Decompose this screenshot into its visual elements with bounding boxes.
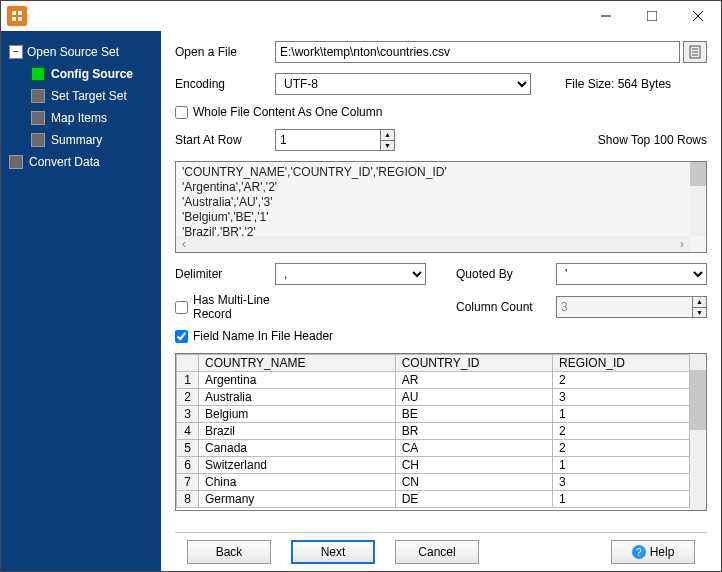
table-cell[interactable]: Canada [199, 440, 396, 457]
table-row[interactable]: 1ArgentinaAR2 [177, 372, 690, 389]
file-path-input[interactable] [275, 41, 680, 63]
spin-down-icon[interactable]: ▼ [380, 141, 394, 151]
sidebar: − Open Source Set Config Source Set Targ… [1, 31, 161, 571]
field-name-header-label: Field Name In File Header [193, 329, 333, 343]
row-number: 7 [177, 474, 199, 491]
table-cell[interactable]: Australia [199, 389, 396, 406]
table-cell[interactable]: BR [395, 423, 552, 440]
preview-line: 'COUNTRY_NAME','COUNTRY_ID','REGION_ID' [182, 165, 700, 180]
table-header[interactable]: COUNTRY_NAME [199, 355, 396, 372]
nav-set-target-set[interactable]: Set Target Set [1, 85, 161, 107]
field-name-header-checkbox[interactable] [175, 330, 188, 343]
table-header[interactable]: REGION_ID [553, 355, 690, 372]
table-cell[interactable]: 2 [553, 440, 690, 457]
table-cell[interactable]: Argentina [199, 372, 396, 389]
nav-label: Convert Data [29, 155, 100, 169]
delimiter-label: Delimiter [175, 267, 275, 281]
back-button[interactable]: Back [187, 540, 271, 564]
table-cell[interactable]: CH [395, 457, 552, 474]
svg-rect-5 [647, 11, 657, 21]
step-indicator-icon [31, 111, 45, 125]
table-cell[interactable]: 2 [553, 372, 690, 389]
document-icon [688, 45, 702, 59]
delimiter-select[interactable]: , [275, 263, 426, 285]
table-cell[interactable]: Switzerland [199, 457, 396, 474]
multi-line-checkbox[interactable] [175, 301, 188, 314]
nav-label: Config Source [51, 67, 133, 81]
row-number: 3 [177, 406, 199, 423]
vertical-scrollbar[interactable] [690, 162, 706, 236]
table-cell[interactable]: 3 [553, 389, 690, 406]
table-cell[interactable]: 2 [553, 423, 690, 440]
table-row[interactable]: 2AustraliaAU3 [177, 389, 690, 406]
cancel-button[interactable]: Cancel [395, 540, 479, 564]
table-cell[interactable]: 1 [553, 457, 690, 474]
table-row[interactable]: 6SwitzerlandCH1 [177, 457, 690, 474]
quoted-by-select[interactable]: ' [556, 263, 707, 285]
step-indicator-icon [9, 155, 23, 169]
nav-label: Map Items [51, 111, 107, 125]
table-row[interactable]: 4BrazilBR2 [177, 423, 690, 440]
table-row[interactable]: 7ChinaCN3 [177, 474, 690, 491]
multi-line-label: Has Multi-Line Record [193, 293, 293, 321]
table-header[interactable]: COUNTRY_ID [395, 355, 552, 372]
minimize-button[interactable] [583, 1, 629, 31]
svg-rect-2 [12, 17, 16, 21]
step-indicator-icon [31, 89, 45, 103]
table-cell[interactable]: CN [395, 474, 552, 491]
tree-collapse-icon[interactable]: − [9, 45, 23, 59]
nav-config-source[interactable]: Config Source [1, 63, 161, 85]
nav-open-source-set[interactable]: − Open Source Set [1, 41, 161, 63]
step-indicator-icon [31, 133, 45, 147]
encoding-select[interactable]: UTF-8 [275, 73, 531, 95]
help-button[interactable]: ?Help [611, 540, 695, 564]
whole-file-label: Whole File Content As One Column [193, 105, 382, 119]
encoding-label: Encoding [175, 77, 275, 91]
table-cell[interactable]: BE [395, 406, 552, 423]
preview-line: 'Belgium','BE','1' [182, 210, 700, 225]
table-cell[interactable]: AR [395, 372, 552, 389]
row-number: 1 [177, 372, 199, 389]
table-cell[interactable]: 1 [553, 406, 690, 423]
vertical-scrollbar[interactable] [690, 354, 706, 510]
nav-label: Summary [51, 133, 102, 147]
svg-rect-3 [18, 17, 22, 21]
table-cell[interactable]: DE [395, 491, 552, 508]
browse-file-button[interactable] [683, 41, 707, 63]
file-size-text: File Size: 564 Bytes [565, 77, 671, 91]
table-row[interactable]: 8GermanyDE1 [177, 491, 690, 508]
table-cell[interactable]: AU [395, 389, 552, 406]
table-cell[interactable]: Germany [199, 491, 396, 508]
preview-textarea[interactable]: 'COUNTRY_NAME','COUNTRY_ID','REGION_ID''… [175, 161, 707, 253]
nav-convert-data[interactable]: − Convert Data [1, 151, 161, 173]
svg-rect-1 [18, 11, 22, 15]
table-cell[interactable]: Belgium [199, 406, 396, 423]
close-button[interactable] [675, 1, 721, 31]
horizontal-scrollbar[interactable] [176, 236, 690, 252]
data-table: COUNTRY_NAMECOUNTRY_IDREGION_ID1Argentin… [175, 353, 707, 511]
table-cell[interactable]: China [199, 474, 396, 491]
whole-file-checkbox[interactable] [175, 106, 188, 119]
row-number: 4 [177, 423, 199, 440]
start-row-input[interactable] [275, 129, 395, 151]
table-cell[interactable]: Brazil [199, 423, 396, 440]
table-row[interactable]: 3BelgiumBE1 [177, 406, 690, 423]
nav-summary[interactable]: Summary [1, 129, 161, 151]
svg-rect-0 [12, 11, 16, 15]
spin-up-icon[interactable]: ▲ [380, 130, 394, 141]
row-number: 5 [177, 440, 199, 457]
spin-down-icon: ▼ [692, 308, 706, 318]
row-number: 2 [177, 389, 199, 406]
maximize-button[interactable] [629, 1, 675, 31]
nav-label: Open Source Set [27, 45, 119, 59]
nav-map-items[interactable]: Map Items [1, 107, 161, 129]
table-cell[interactable]: 3 [553, 474, 690, 491]
table-cell[interactable]: 1 [553, 491, 690, 508]
table-row[interactable]: 5CanadaCA2 [177, 440, 690, 457]
table-cell[interactable]: CA [395, 440, 552, 457]
titlebar [1, 1, 721, 31]
preview-line: 'Argentina','AR','2' [182, 180, 700, 195]
next-button[interactable]: Next [291, 540, 375, 564]
row-number: 6 [177, 457, 199, 474]
start-row-label: Start At Row [175, 133, 275, 147]
